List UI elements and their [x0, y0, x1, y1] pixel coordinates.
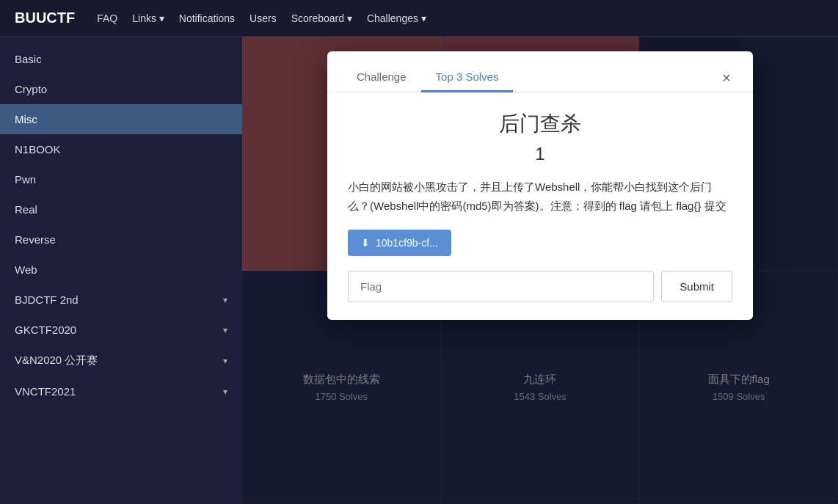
download-button[interactable]: ⬇ 10b1cf9b-cf...	[348, 230, 451, 256]
chevron-down-icon: ▾	[223, 356, 227, 366]
chevron-down-icon: ▾	[223, 325, 227, 335]
flag-input[interactable]	[348, 271, 654, 302]
submit-button[interactable]: Submit	[661, 271, 732, 302]
nav-notifications[interactable]: Notifications	[179, 12, 235, 24]
nav-users[interactable]: Users	[249, 12, 277, 24]
challenge-modal: Challenge Top 3 Solves × 后门查杀 1 小白的网站被小黑…	[327, 51, 753, 320]
modal-points: 1	[348, 144, 732, 164]
sidebar-item-gkctf[interactable]: GKCTF2020 ▾	[0, 315, 242, 345]
close-button[interactable]: ×	[715, 67, 738, 89]
tab-challenge[interactable]: Challenge	[342, 63, 421, 92]
nav-faq[interactable]: FAQ	[97, 12, 117, 24]
chevron-down-icon: ▾	[421, 12, 426, 24]
nav-links: FAQ Links ▾ Notifications Users Scoreboa…	[97, 12, 426, 24]
sidebar-item-basic[interactable]: Basic	[0, 44, 242, 74]
main-layout: Basic Crypto Misc N1BOOK Pwn Real Revers…	[0, 37, 838, 504]
chevron-down-icon: ▾	[223, 295, 227, 305]
tab-top3-solves[interactable]: Top 3 Solves	[421, 63, 514, 92]
navbar: BUUCTF FAQ Links ▾ Notifications Users S…	[0, 0, 838, 37]
modal-overlay: Challenge Top 3 Solves × 后门查杀 1 小白的网站被小黑…	[242, 37, 838, 504]
chevron-down-icon: ▾	[347, 12, 352, 24]
content-area: FLAG ✓ Solves points 数据泄露 Solves points …	[242, 37, 838, 504]
brand-logo[interactable]: BUUCTF	[15, 10, 75, 26]
nav-scoreboard[interactable]: Scoreboard ▾	[291, 12, 352, 24]
sidebar-item-bjdctf[interactable]: BJDCTF 2nd ▾	[0, 285, 242, 315]
modal-body: 后门查杀 1 小白的网站被小黑攻击了，并且上传了Webshell，你能帮小白找到…	[327, 92, 753, 320]
sidebar-item-reverse[interactable]: Reverse	[0, 224, 242, 255]
nav-links-dropdown[interactable]: Links ▾	[132, 12, 164, 24]
sidebar-item-real[interactable]: Real	[0, 194, 242, 224]
flag-row: Submit	[348, 271, 732, 302]
sidebar-item-n1book[interactable]: N1BOOK	[0, 134, 242, 164]
chevron-down-icon: ▾	[223, 387, 227, 397]
modal-description: 小白的网站被小黑攻击了，并且上传了Webshell，你能帮小白找到这个后门么？(…	[348, 178, 732, 215]
sidebar-item-misc[interactable]: Misc	[0, 104, 242, 134]
nav-challenges[interactable]: Challenges ▾	[367, 12, 426, 24]
sidebar-item-vnctf[interactable]: VNCTF2021 ▾	[0, 376, 242, 406]
modal-title: 后门查杀	[348, 110, 732, 138]
chevron-down-icon: ▾	[159, 12, 164, 24]
sidebar-item-vn2020[interactable]: V&N2020 公开赛 ▾	[0, 345, 242, 376]
sidebar-item-crypto[interactable]: Crypto	[0, 74, 242, 104]
sidebar: Basic Crypto Misc N1BOOK Pwn Real Revers…	[0, 37, 242, 504]
sidebar-item-pwn[interactable]: Pwn	[0, 164, 242, 194]
sidebar-item-web[interactable]: Web	[0, 255, 242, 285]
download-icon: ⬇	[361, 237, 370, 249]
modal-header: Challenge Top 3 Solves ×	[327, 51, 753, 92]
